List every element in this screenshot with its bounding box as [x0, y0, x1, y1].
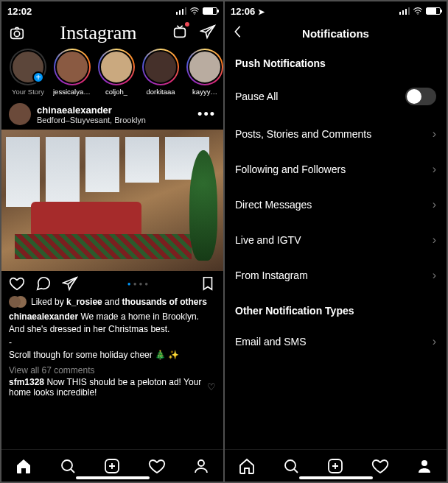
- status-bar: 12:06 ➤: [225, 1, 447, 21]
- bookmark-icon[interactable]: [200, 275, 216, 292]
- battery-icon: [426, 7, 441, 15]
- chevron-right-icon: ›: [433, 335, 436, 348]
- instagram-feed-screen: 12:02 Instagram: [1, 1, 223, 482]
- chevron-right-icon: ›: [433, 198, 436, 211]
- chevron-right-icon: ›: [433, 233, 436, 247]
- location-icon: ➤: [258, 7, 265, 16]
- signal-icon: [399, 7, 410, 15]
- status-time: 12:02: [7, 6, 32, 17]
- row-following-followers[interactable]: Following and Followers ›: [225, 152, 447, 187]
- status-time: 12:06: [231, 6, 255, 17]
- chevron-right-icon: ›: [433, 127, 436, 141]
- igtv-icon[interactable]: [172, 24, 188, 43]
- share-icon[interactable]: [62, 275, 78, 292]
- svg-point-6: [198, 460, 204, 466]
- tab-profile[interactable]: [192, 457, 210, 475]
- section-header: Other Notification Types: [225, 293, 447, 324]
- instagram-logo: Instagram: [60, 22, 137, 44]
- svg-rect-1: [11, 29, 24, 39]
- battery-icon: [203, 7, 217, 15]
- tab-bar: [225, 449, 447, 482]
- post-more-icon[interactable]: •••: [197, 107, 216, 122]
- page-title: Notifications: [232, 27, 439, 40]
- view-all-comments[interactable]: View all 67 comments: [1, 362, 223, 377]
- post-caption-line: Scroll though for some holiday cheer 🎄 ✨: [1, 349, 223, 362]
- story-item[interactable]: kayyy…: [186, 49, 223, 96]
- home-indicator: [76, 476, 150, 479]
- row-email-sms[interactable]: Email and SMS ›: [225, 324, 447, 359]
- like-icon[interactable]: [9, 275, 25, 292]
- wifi-icon: [189, 7, 200, 15]
- post-header: chinaealexander Bedford–Stuyvesant, Broo…: [1, 99, 223, 130]
- notification-dot: [185, 22, 189, 27]
- post-location[interactable]: Bedford–Stuyvesant, Brooklyn: [37, 116, 192, 124]
- tab-search[interactable]: [59, 457, 77, 475]
- chevron-right-icon: ›: [433, 163, 436, 176]
- svg-point-4: [62, 460, 72, 470]
- comment-user[interactable]: sfm1328: [9, 377, 44, 387]
- home-indicator: [299, 476, 373, 479]
- tab-profile[interactable]: [416, 457, 433, 475]
- instagram-header: Instagram: [1, 21, 223, 46]
- row-direct-messages[interactable]: Direct Messages ›: [225, 187, 447, 222]
- comment-like-icon[interactable]: ♡: [207, 381, 216, 392]
- svg-point-0: [194, 13, 195, 14]
- post-caption: chinaealexander We made a home in Brookl…: [1, 311, 223, 336]
- camera-icon[interactable]: [9, 25, 25, 41]
- add-story-icon: +: [32, 71, 44, 83]
- post-username[interactable]: chinaealexander: [37, 105, 192, 116]
- post-caption-line: -: [1, 336, 223, 349]
- stories-row: + Your Story jessicalyarb… coljoh_ dorki…: [1, 46, 223, 99]
- comment-icon[interactable]: [35, 275, 52, 292]
- tab-home[interactable]: [15, 457, 32, 475]
- liker-avatars: [9, 296, 21, 308]
- tab-activity[interactable]: [371, 457, 389, 475]
- toggle-switch[interactable]: [405, 88, 436, 105]
- tab-activity[interactable]: [148, 457, 166, 475]
- row-from-instagram[interactable]: From Instagram ›: [225, 258, 447, 293]
- story-item[interactable]: dorkitaaa: [141, 49, 180, 96]
- signal-icon: [176, 7, 187, 15]
- chevron-right-icon: ›: [433, 269, 436, 282]
- row-pause-all[interactable]: Pause All: [225, 77, 447, 116]
- tab-search[interactable]: [282, 457, 300, 475]
- notifications-settings-screen: 12:06 ➤ Notifications Push Notifications…: [225, 1, 447, 482]
- svg-point-7: [417, 13, 418, 14]
- svg-point-2: [14, 31, 19, 36]
- carousel-dots: ●●●●: [78, 281, 200, 287]
- comment: sfm1328 Now THIS should be a peloton ad!…: [1, 377, 223, 398]
- svg-point-10: [421, 460, 427, 466]
- section-header: Push Notifications: [225, 46, 447, 77]
- wifi-icon: [413, 7, 423, 15]
- svg-rect-3: [175, 28, 186, 37]
- story-your-story[interactable]: + Your Story: [9, 49, 47, 96]
- tab-home[interactable]: [238, 457, 256, 475]
- tab-add[interactable]: [326, 457, 344, 475]
- post-image[interactable]: [1, 130, 223, 271]
- story-item[interactable]: jessicalyarb…: [53, 49, 91, 96]
- status-bar: 12:02: [1, 1, 223, 21]
- direct-message-icon[interactable]: [200, 24, 216, 43]
- svg-point-8: [285, 460, 295, 470]
- settings-header: Notifications: [225, 21, 447, 46]
- tab-bar: [1, 449, 223, 482]
- post-actions: ●●●●: [1, 271, 223, 296]
- tab-add[interactable]: [103, 457, 121, 475]
- likes-summary[interactable]: Liked by k_rosiee and thousands of other…: [1, 296, 223, 311]
- row-live-igtv[interactable]: Live and IGTV ›: [225, 222, 447, 258]
- story-item[interactable]: coljoh_: [97, 49, 136, 96]
- post-avatar[interactable]: [9, 103, 31, 125]
- row-posts-stories-comments[interactable]: Posts, Stories and Comments ›: [225, 116, 447, 152]
